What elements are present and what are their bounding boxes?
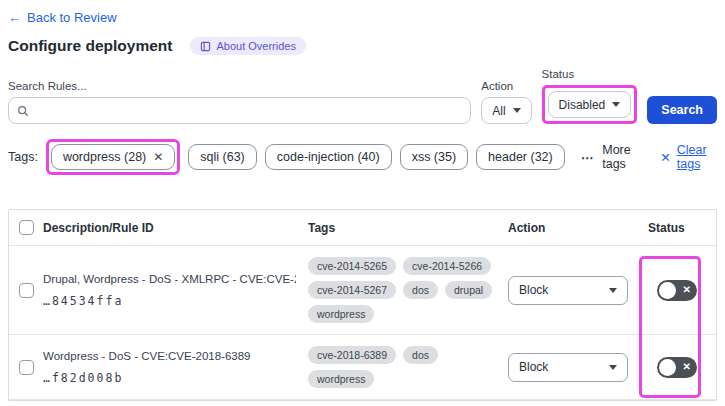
search-rules-input[interactable] (35, 104, 462, 118)
select-all-checkbox[interactable] (19, 220, 34, 235)
search-rules-label: Search Rules... (8, 80, 471, 92)
chevron-down-icon (609, 365, 617, 370)
rule-id: …f82d008b (43, 371, 296, 385)
back-link-label: Back to Review (27, 10, 117, 25)
ellipsis-icon: ⋯ (581, 150, 595, 165)
remove-tag-icon[interactable]: ✕ (153, 150, 163, 164)
rule-description: Drupal, Wordpress - DoS - XMLRPC - CVE:C… (43, 273, 296, 285)
column-header-tags: Tags (308, 221, 508, 235)
table-row: Wordpress - DoS - CVE:CVE-2018-6389 …f82… (9, 335, 716, 400)
search-button[interactable]: Search (647, 96, 717, 124)
filter-row: Search Rules... Action All Status Disabl… (8, 68, 717, 124)
action-filter-dropdown[interactable]: All (481, 97, 531, 124)
tag-chip-label: wordpress (28) (63, 150, 146, 164)
table-header-row: Description/Rule ID Tags Action Status (9, 210, 716, 246)
selected-tag-highlight-box: wordpress (28) ✕ (46, 139, 180, 175)
column-header-status: Status (648, 221, 716, 235)
rule-description: Wordpress - DoS - CVE:CVE-2018-6389 (43, 350, 296, 362)
action-filter-value: All (492, 104, 505, 118)
tag-pill: dos (403, 346, 438, 364)
book-icon (200, 41, 211, 52)
tag-pill: wordpress (308, 370, 374, 388)
status-filter-value: Disabled (559, 98, 606, 112)
rules-table: Description/Rule ID Tags Action Status D… (8, 209, 717, 401)
title-row: Configure deployment About Overrides (8, 37, 717, 55)
status-filter-highlight-box: Disabled (542, 85, 638, 124)
clear-icon: ✕ (660, 150, 670, 165)
configure-deployment-page: ← Back to Review Configure deployment Ab… (0, 0, 725, 401)
status-filter-group: Status Disabled (542, 68, 638, 124)
rule-id: …84534ffa (43, 294, 296, 308)
action-filter-label: Action (481, 80, 531, 92)
clear-tags-label: Clear tags (677, 143, 717, 171)
tag-pill: cve-2014-5265 (308, 257, 396, 275)
toggle-x-icon: ✕ (683, 362, 691, 372)
tag-chip-code-injection[interactable]: code-injection (40) (265, 144, 392, 170)
search-icon (17, 105, 29, 117)
search-group: Search Rules... (8, 80, 471, 124)
action-select-value: Block (519, 283, 548, 297)
more-tags-button[interactable]: ⋯ More tags (581, 143, 641, 171)
tag-chip-header[interactable]: header (32) (476, 144, 565, 170)
tag-chip-sqli[interactable]: sqli (63) (188, 144, 256, 170)
more-tags-label: More tags (602, 143, 640, 171)
about-overrides-badge[interactable]: About Overrides (190, 37, 305, 55)
row-checkbox[interactable] (19, 360, 34, 375)
rule-tags: cve-2014-5265 cve-2014-5266 cve-2014-526… (308, 257, 508, 323)
status-filter-dropdown[interactable]: Disabled (548, 91, 632, 118)
rule-tags: cve-2018-6389 dos wordpress (308, 346, 508, 388)
about-overrides-label: About Overrides (216, 40, 295, 52)
toggle-knob (659, 282, 676, 299)
action-select[interactable]: Block (508, 353, 628, 382)
tag-pill: cve-2014-5267 (308, 281, 396, 299)
clear-tags-button[interactable]: ✕ Clear tags (660, 143, 717, 171)
column-header-description: Description/Rule ID (43, 221, 308, 235)
tags-bar: Tags: wordpress (28) ✕ sqli (63) code-in… (8, 139, 717, 175)
tag-pill: drupal (445, 281, 492, 299)
tag-chip-wordpress[interactable]: wordpress (28) ✕ (51, 144, 175, 170)
tag-pill: wordpress (308, 305, 374, 323)
chevron-down-icon (609, 288, 617, 293)
status-filter-label: Status (542, 68, 638, 80)
page-title: Configure deployment (8, 37, 172, 55)
tag-pill: cve-2014-5266 (403, 257, 491, 275)
tag-pill: dos (403, 281, 438, 299)
back-arrow-icon: ← (8, 10, 21, 25)
action-select-value: Block (519, 360, 548, 374)
status-toggle[interactable]: ✕ (657, 357, 697, 378)
column-header-action: Action (508, 221, 648, 235)
search-box[interactable] (8, 97, 471, 124)
row-checkbox[interactable] (19, 283, 34, 298)
tag-chip-xss[interactable]: xss (35) (400, 144, 468, 170)
action-select[interactable]: Block (508, 276, 628, 305)
back-to-review-link[interactable]: ← Back to Review (8, 10, 117, 25)
toggle-x-icon: ✕ (683, 285, 691, 295)
action-filter-group: Action All (481, 80, 531, 124)
status-toggle[interactable]: ✕ (657, 280, 697, 301)
chevron-down-icon (612, 102, 620, 107)
chevron-down-icon (513, 108, 521, 113)
table-row: Drupal, Wordpress - DoS - XMLRPC - CVE:C… (9, 246, 716, 335)
toggle-knob (659, 359, 676, 376)
tags-label: Tags: (8, 150, 38, 164)
tag-pill: cve-2018-6389 (308, 346, 396, 364)
